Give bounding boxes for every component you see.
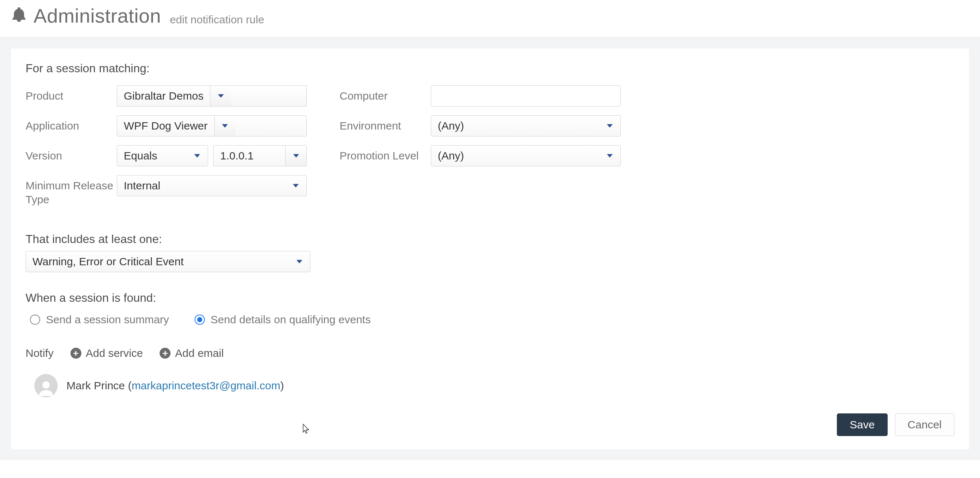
- environment-value: (Any): [431, 116, 599, 136]
- min-release-value: Internal: [117, 176, 285, 196]
- add-email-button[interactable]: + Add email: [159, 347, 223, 359]
- includes-value: Warning, Error or Critical Event: [26, 251, 289, 272]
- plus-circle-icon: +: [70, 348, 81, 359]
- product-dropdown[interactable]: Gibraltar Demos: [117, 86, 307, 106]
- computer-input[interactable]: [431, 86, 621, 106]
- avatar: [34, 374, 58, 397]
- version-operator-dropdown[interactable]: Equals: [117, 145, 208, 167]
- application-label: Application: [25, 115, 117, 133]
- add-service-button[interactable]: + Add service: [70, 347, 143, 359]
- chevron-down-icon: [210, 86, 231, 106]
- recipient-row: Mark Prince (markaprincetest3r@gmail.com…: [25, 374, 955, 397]
- form-panel: For a session matching: Product Gibralta…: [11, 49, 969, 449]
- notify-label: Notify: [25, 347, 54, 359]
- promotion-label: Promotion Level: [340, 145, 431, 163]
- cancel-button[interactable]: Cancel: [895, 413, 955, 436]
- add-service-label: Add service: [86, 347, 143, 359]
- application-value: WPF Dog Viewer: [117, 116, 214, 136]
- plus-circle-icon: +: [159, 348, 170, 359]
- chevron-down-icon: [599, 146, 620, 166]
- page-subtitle: edit notification rule: [170, 14, 264, 26]
- chevron-down-icon: [186, 146, 208, 166]
- product-label: Product: [25, 86, 117, 103]
- chevron-down-icon: [214, 116, 235, 136]
- chevron-down-icon: [285, 176, 306, 196]
- application-dropdown[interactable]: WPF Dog Viewer: [117, 115, 307, 137]
- includes-dropdown[interactable]: Warning, Error or Critical Event: [25, 251, 310, 272]
- radio-summary-label: Send a session summary: [46, 313, 169, 326]
- promotion-dropdown[interactable]: (Any): [431, 145, 621, 167]
- radio-send-summary[interactable]: Send a session summary: [30, 313, 169, 326]
- header-title-wrap: Administration: [10, 5, 161, 27]
- add-email-label: Add email: [175, 347, 223, 359]
- version-value: 1.0.0.1: [213, 146, 285, 166]
- bell-icon: [10, 6, 28, 26]
- chevron-down-icon: [285, 146, 306, 166]
- section-found-heading: When a session is found:: [25, 291, 955, 305]
- radio-send-details[interactable]: Send details on qualifying events: [195, 313, 371, 326]
- radio-details-label: Send details on qualifying events: [211, 313, 371, 326]
- environment-dropdown[interactable]: (Any): [431, 115, 621, 137]
- chevron-down-icon: [289, 251, 310, 272]
- section-includes-heading: That includes at least one:: [25, 232, 955, 246]
- page-header: Administration edit notification rule: [0, 0, 980, 38]
- version-operator-value: Equals: [117, 146, 186, 166]
- min-release-dropdown[interactable]: Internal: [117, 175, 307, 196]
- radio-icon: [195, 314, 205, 325]
- save-button[interactable]: Save: [837, 413, 887, 436]
- page-title: Administration: [33, 5, 161, 27]
- section-matching-heading: For a session matching:: [25, 62, 955, 75]
- radio-icon: [30, 314, 40, 325]
- promotion-value: (Any): [431, 146, 599, 166]
- computer-label: Computer: [340, 86, 431, 103]
- product-value: Gibraltar Demos: [117, 86, 210, 106]
- version-label: Version: [25, 145, 117, 163]
- environment-label: Environment: [340, 115, 431, 133]
- min-release-label: Minimum Release Type: [25, 175, 117, 206]
- recipient-name: Mark Prince: [67, 380, 125, 392]
- recipient-text: Mark Prince (markaprincetest3r@gmail.com…: [67, 380, 284, 392]
- recipient-email-link[interactable]: markaprincetest3r@gmail.com: [132, 380, 280, 392]
- version-value-dropdown[interactable]: 1.0.0.1: [213, 145, 307, 167]
- chevron-down-icon: [599, 116, 620, 136]
